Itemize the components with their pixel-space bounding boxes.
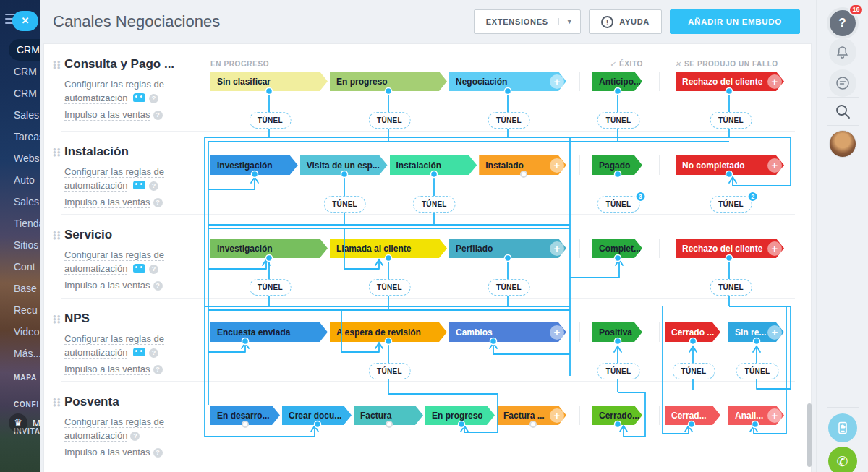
help-circle-icon[interactable]: ? bbox=[153, 198, 163, 207]
stage-chevron[interactable]: Cerrado ... bbox=[665, 322, 720, 342]
add-stage-button[interactable]: + bbox=[550, 241, 564, 256]
sales-boost-link[interactable]: Impulso a las ventas? bbox=[54, 362, 199, 376]
tunnel-badge[interactable]: TÚNEL bbox=[368, 279, 411, 296]
stage-chevron[interactable]: Cerrad... bbox=[665, 406, 720, 425]
add-stage-button[interactable]: + bbox=[767, 325, 782, 340]
tunnel-badge[interactable]: TÚNEL3 bbox=[597, 196, 640, 213]
tunnel-badge[interactable]: TÚNEL bbox=[249, 112, 292, 129]
help-button[interactable]: ! AYUDA bbox=[589, 9, 662, 34]
help-circle-icon[interactable]: ? bbox=[153, 111, 163, 120]
sidebar-item-sales[interactable]: Sales bbox=[0, 191, 40, 213]
sidebar-item-ms[interactable]: Más... bbox=[0, 343, 40, 364]
tunnel-badge[interactable]: TÚNEL bbox=[488, 279, 530, 296]
help-circle-icon[interactable]: ? bbox=[130, 432, 140, 441]
tunnel-badge[interactable]: TÚNEL bbox=[597, 363, 640, 379]
sidebar-item-sitios[interactable]: Sitios bbox=[0, 234, 40, 256]
help-circle-icon[interactable]: ? bbox=[153, 448, 163, 458]
tunnel-badge[interactable]: TÚNEL bbox=[736, 363, 779, 379]
sidebar-item-webs[interactable]: Webs bbox=[0, 147, 40, 169]
telephony-button[interactable]: ✆ bbox=[828, 447, 857, 472]
sidebar-item-tienda[interactable]: Tienda bbox=[0, 213, 40, 234]
stage-chevron[interactable]: En desarro... bbox=[210, 406, 280, 425]
stage-chevron[interactable]: En progreso bbox=[330, 72, 447, 91]
stage-chevron[interactable]: Encuesta enviada bbox=[210, 322, 328, 342]
automation-link[interactable]: Configurar las reglas de automatización? bbox=[54, 415, 199, 442]
automation-link[interactable]: Configurar las reglas de automatización … bbox=[54, 332, 199, 359]
help-circle-icon[interactable]: ? bbox=[149, 265, 158, 274]
stage-chevron[interactable]: Factura bbox=[354, 406, 423, 425]
stage-chevron[interactable]: Crear docu... bbox=[282, 406, 352, 425]
add-stage-button[interactable]: + bbox=[767, 74, 782, 89]
add-stage-button[interactable]: + bbox=[550, 408, 564, 423]
mobile-app-button[interactable] bbox=[828, 413, 857, 442]
tunnel-badge[interactable]: TÚNEL2 bbox=[710, 196, 752, 213]
tunnel-badge[interactable]: TÚNEL bbox=[488, 112, 530, 129]
tunnel-badge[interactable]: TÚNEL bbox=[710, 112, 752, 129]
stage-chevron[interactable]: Investigación bbox=[210, 155, 298, 175]
stage-chevron[interactable]: Cambios bbox=[449, 322, 566, 342]
add-stage-button[interactable]: + bbox=[767, 241, 782, 256]
extensions-button[interactable]: EXTENSIONES ▼ bbox=[474, 9, 582, 34]
chevron-down-icon[interactable]: ▼ bbox=[558, 18, 574, 25]
add-funnel-button[interactable]: AÑADIR UN EMBUDO bbox=[670, 9, 800, 34]
user-avatar[interactable] bbox=[829, 130, 856, 158]
stage-chevron[interactable]: Negociación bbox=[449, 72, 566, 91]
tunnel-badge[interactable]: TÚNEL bbox=[597, 112, 640, 129]
helpdesk-button[interactable]: ? 16 bbox=[827, 7, 859, 39]
sales-boost-link[interactable]: Impulso a las ventas? bbox=[54, 445, 199, 459]
automation-link[interactable]: Configurar las reglas de automatización … bbox=[54, 165, 199, 192]
tunnel-badge[interactable]: TÚNEL bbox=[710, 279, 752, 296]
tunnel-badge[interactable]: TÚNEL bbox=[413, 196, 456, 213]
sidebar-item-crm[interactable]: CRM bbox=[0, 82, 40, 104]
sidebar-item-cont[interactable]: Cont bbox=[0, 256, 40, 278]
automation-link[interactable]: Configurar las reglas de automatización … bbox=[54, 248, 199, 275]
sidebar-item-tareas[interactable]: Tareas bbox=[0, 126, 40, 147]
tunnel-badge[interactable]: TÚNEL bbox=[368, 112, 411, 129]
stage-chevron[interactable]: Perfilado bbox=[449, 239, 566, 258]
stage-chevron[interactable]: Visita de un esp... bbox=[300, 155, 388, 175]
sidebar-close-button[interactable]: ✕ bbox=[12, 11, 38, 31]
messenger-button[interactable] bbox=[829, 69, 856, 97]
tunnel-badge[interactable]: TÚNEL bbox=[673, 363, 715, 379]
help-circle-icon[interactable]: ? bbox=[153, 365, 163, 374]
sidebar-item-crm[interactable]: CRM bbox=[9, 39, 40, 61]
tunnel-badge[interactable]: TÚNEL bbox=[249, 279, 292, 296]
sales-boost-link[interactable]: Impulso a las ventas? bbox=[54, 195, 199, 209]
plan-badge[interactable]: ♛M bbox=[9, 413, 40, 432]
stage-chevron[interactable]: Sin clasificar bbox=[210, 72, 328, 91]
stage-chevron[interactable]: Complet... bbox=[592, 239, 642, 258]
stage-chevron[interactable]: Investigación bbox=[210, 239, 328, 258]
stage-chevron[interactable]: Positiva bbox=[592, 322, 642, 342]
sidebar-item-sales[interactable]: Sales bbox=[0, 104, 40, 126]
stage-chevron[interactable]: Pagado bbox=[592, 155, 642, 175]
add-stage-button[interactable]: + bbox=[550, 325, 564, 340]
vertical-scrollbar[interactable] bbox=[807, 403, 812, 467]
sidebar-item-auto[interactable]: Auto bbox=[0, 169, 40, 191]
stage-chevron[interactable]: Instalación bbox=[390, 155, 477, 175]
search-button[interactable] bbox=[834, 103, 851, 123]
help-circle-icon[interactable]: ? bbox=[149, 94, 158, 103]
stage-chevron[interactable]: Llamada al cliente bbox=[330, 239, 447, 258]
stage-chevron[interactable]: En progreso bbox=[425, 406, 495, 425]
help-circle-icon[interactable]: ? bbox=[153, 281, 163, 291]
tunnel-badge[interactable]: TÚNEL bbox=[368, 363, 411, 379]
add-stage-button[interactable]: + bbox=[767, 158, 782, 173]
sales-boost-link[interactable]: Impulso a las ventas? bbox=[54, 278, 199, 292]
sales-boost-link[interactable]: Impulso a las ventas? bbox=[54, 108, 199, 121]
sidebar-item-crm[interactable]: CRM bbox=[0, 61, 40, 82]
help-circle-icon[interactable]: ? bbox=[149, 181, 158, 191]
sidebar-item-video[interactable]: Video bbox=[0, 321, 40, 343]
sidebar-item-base[interactable]: Base bbox=[0, 278, 40, 299]
drag-handle-icon[interactable]: ●●●●●● bbox=[53, 231, 59, 240]
help-circle-icon[interactable]: ? bbox=[149, 348, 158, 358]
add-stage-button[interactable]: + bbox=[550, 158, 564, 173]
stage-chevron[interactable]: A espera de revisión bbox=[330, 322, 447, 342]
stage-chevron[interactable]: Cerrado... bbox=[592, 406, 642, 425]
drag-handle-icon[interactable]: ●●●●●● bbox=[53, 398, 59, 407]
notifications-button[interactable] bbox=[829, 38, 856, 66]
drag-handle-icon[interactable]: ●●●●●● bbox=[53, 148, 59, 157]
add-stage-button[interactable]: + bbox=[550, 74, 564, 89]
add-stage-button[interactable]: + bbox=[767, 408, 782, 423]
drag-handle-icon[interactable]: ●●●●●● bbox=[53, 61, 59, 69]
stage-chevron[interactable]: Anticipo... bbox=[592, 72, 642, 91]
